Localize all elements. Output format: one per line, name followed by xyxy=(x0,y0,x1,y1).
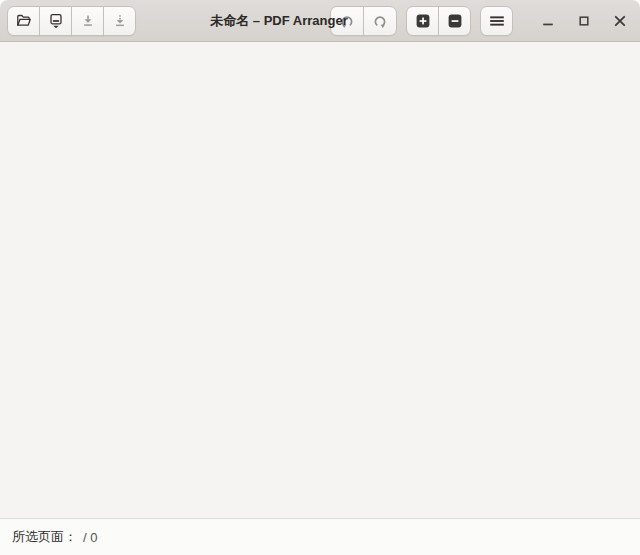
headerbar-right xyxy=(330,6,633,36)
pages-area[interactable] xyxy=(0,42,640,518)
close-button[interactable] xyxy=(607,8,633,34)
import-button[interactable] xyxy=(71,6,104,36)
zoom-out-button[interactable] xyxy=(438,6,471,36)
headerbar: 未命名 – PDF Arranger xyxy=(0,0,640,42)
window-title: 未命名 – PDF Arranger xyxy=(210,12,348,30)
selected-pages-label: 所选页面： xyxy=(12,528,77,546)
save-button[interactable] xyxy=(39,6,72,36)
undo-button[interactable] xyxy=(330,6,364,36)
open-button[interactable] xyxy=(7,6,40,36)
window-controls xyxy=(525,8,633,34)
undo-arrow-icon xyxy=(339,13,355,29)
close-icon xyxy=(612,13,628,29)
minimize-icon xyxy=(540,13,556,29)
pdf-arranger-window: 未命名 – PDF Arranger xyxy=(0,0,640,555)
arrow-down-to-line-icon xyxy=(80,13,96,29)
selected-pages-value: / 0 xyxy=(83,530,97,545)
save-harddisk-icon xyxy=(48,13,64,29)
zoom-in-button[interactable] xyxy=(406,6,439,36)
zoom-group xyxy=(406,6,471,36)
export-button[interactable] xyxy=(103,6,136,36)
dropdown-caret-icon xyxy=(53,25,58,28)
main-menu-button[interactable] xyxy=(480,6,513,36)
minimize-button[interactable] xyxy=(535,8,561,34)
undo-redo-group xyxy=(330,6,397,36)
dashed-arrow-down-to-line-icon xyxy=(112,13,128,29)
redo-button[interactable] xyxy=(363,6,397,36)
hamburger-icon xyxy=(489,13,505,29)
minus-square-icon xyxy=(447,13,463,29)
redo-arrow-icon xyxy=(372,13,388,29)
folder-open-icon xyxy=(16,13,32,29)
maximize-button[interactable] xyxy=(571,8,597,34)
statusbar: 所选页面： / 0 xyxy=(0,518,640,555)
file-actions-group xyxy=(7,6,136,36)
plus-square-icon xyxy=(415,13,431,29)
maximize-icon xyxy=(576,13,592,29)
